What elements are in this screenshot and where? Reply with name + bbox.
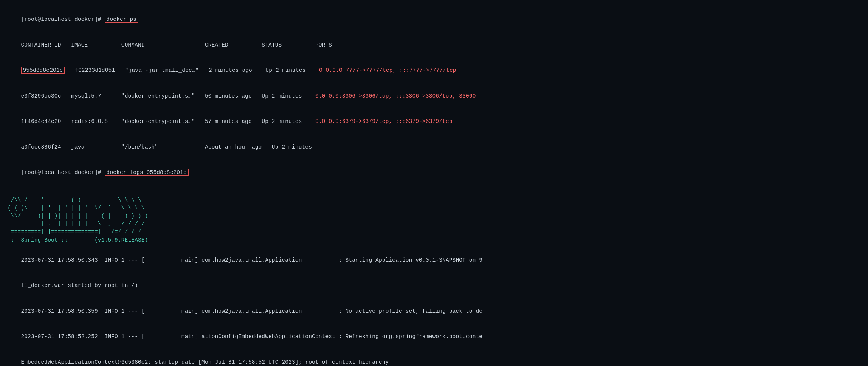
log-line-2: 2023-07-31 17:58:50.359 INFO 1 --- [ mai… [8,298,860,324]
table-row-3: 1f46d4c44e20 redis:6.0.8 "docker-entrypo… [8,109,860,134]
space-2 [101,169,105,175]
log3-text: 2023-07-31 17:58:52.252 INFO 1 --- [ mai… [21,333,482,340]
space-1 [101,16,105,22]
header-status: STATUS [262,42,315,48]
docker-logs-command: docker logs 955d8d8e201e [105,169,189,176]
table-header: CONTAINER ID IMAGE COMMAND CREATED STATU… [8,32,860,57]
table-row-1: 955d8d8e201e f02233d1d051 "java -jar tma… [8,58,860,83]
prompt-1: [root@localhost docker]# [21,16,101,22]
log1-text: 2023-07-31 17:58:50.343 INFO 1 --- [ mai… [21,257,482,263]
container-id-1: 955d8d8e201e [21,67,65,74]
row1-ports: 0.0.0.0:7777->7777/tcp, :::7777->7777/tc… [319,67,456,73]
ascii-line-4: \\/ ___)| |_)| | | | | || (_| | ) ) ) ) [8,212,860,220]
prompt-line-2: [root@localhost docker]# docker logs 955… [8,160,860,185]
log3b-text: EmbeddedWebApplicationContext@6d5380c2: … [21,359,389,365]
ascii-line-2: /\\ / ___'_ __ _ _(_)_ __ __ _ \ \ \ \ [8,196,860,204]
log-line-3b: EmbeddedWebApplicationContext@6d5380c2: … [8,349,860,366]
ascii-line-1: . ____ _ __ _ _ [8,188,860,196]
header-command: COMMAND [121,42,205,48]
log-line-1: 2023-07-31 17:58:50.343 INFO 1 --- [ mai… [8,247,860,273]
header-ports: PORTS [315,42,332,48]
header-image: IMAGE [71,42,121,48]
row2-ports: 0.0.0.0:3306->3306/tcp, :::3306->3306/tc… [315,93,476,99]
prompt-2: [root@localhost docker]# [21,169,101,175]
row3-ports: 0.0.0.0:6379->6379/tcp, :::6379->6379/tc… [315,118,453,124]
spring-boot-label: :: Spring Boot :: (v1.5.9.RELEASE) [8,236,860,244]
table-row-4: a0fcec886f24 java "/bin/bash" About an h… [8,134,860,160]
log-line-1b: ll_docker.war started by root in /) [8,273,860,298]
terminal-window: [root@localhost docker]# docker ps CONTA… [0,0,868,366]
log1b-text: ll_docker.war started by root in /) [21,282,138,288]
table-row-2: e3f8296cc30c mysql:5.7 "docker-entrypoin… [8,83,860,109]
docker-ps-command: docker ps [105,16,139,23]
prompt-line-1: [root@localhost docker]# docker ps [8,7,860,32]
header-container-id: CONTAINER ID [21,42,71,48]
ascii-line-6: =========|_|==============|___/=/_/_/_/ [8,228,860,236]
header-created: CREATED [205,42,262,48]
ascii-line-3: ( ( )\___ | '_ | '_| | '_ \/ _` | \ \ \ … [8,204,860,212]
log2-text: 2023-07-31 17:58:50.359 INFO 1 --- [ mai… [21,308,482,314]
row2-data: e3f8296cc30c mysql:5.7 "docker-entrypoin… [21,93,315,99]
row4-data: a0fcec886f24 java "/bin/bash" About an h… [21,144,312,150]
ascii-line-5: ' |____| .__|_| |_|_| |_\__, | / / / / [8,220,860,228]
log-line-3: 2023-07-31 17:58:52.252 INFO 1 --- [ mai… [8,324,860,349]
row1-rest: f02233d1d051 "java -jar tmall_doc…" 2 mi… [65,67,319,73]
row3-data: 1f46d4c44e20 redis:6.0.8 "docker-entrypo… [21,118,315,124]
